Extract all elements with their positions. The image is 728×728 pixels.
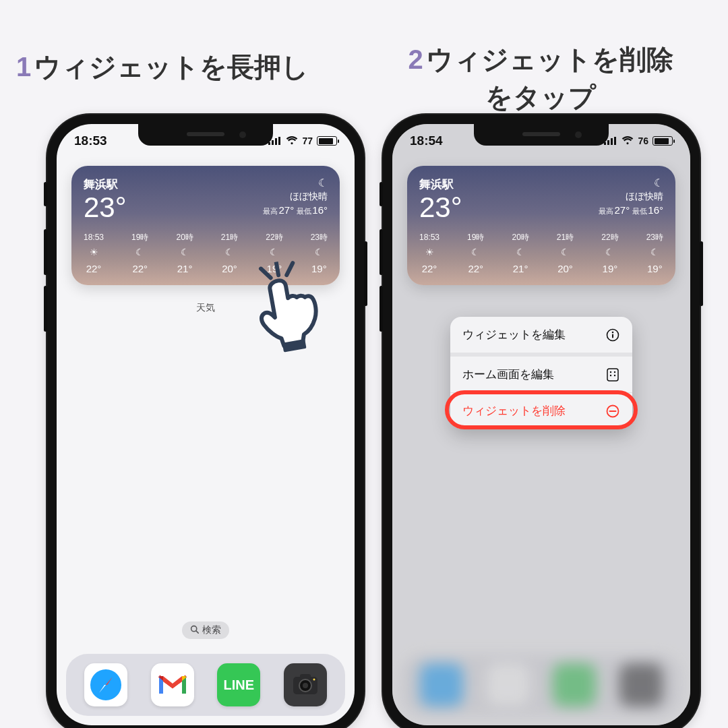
hour-item: 20時☾21°	[512, 231, 528, 277]
moon-icon: ☾	[176, 245, 193, 260]
phone2-screen: 18:54 76 舞浜駅 23° ☾ ほぼ快晴	[392, 124, 690, 725]
power-button[interactable]	[364, 241, 367, 306]
svg-rect-20	[607, 369, 618, 381]
wifi-icon	[621, 135, 634, 147]
app-gmail[interactable]	[151, 663, 194, 706]
phone-frame-2: 18:54 76 舞浜駅 23° ☾ ほぼ快晴	[383, 115, 700, 728]
wifi-icon	[286, 135, 298, 147]
tap-hand-icon	[241, 254, 338, 364]
moon-icon: ☾	[512, 245, 528, 260]
hour-item: 21時☾20°	[221, 231, 238, 277]
app-camera[interactable]	[284, 663, 327, 706]
context-menu: ウィジェットを編集 ホーム画面を編集 ウィジェットを削除	[450, 317, 632, 429]
moon-icon: ☾	[131, 245, 148, 260]
weather-hilo: 最高27° 最低16°	[599, 204, 663, 216]
app-safari[interactable]	[84, 663, 127, 706]
moon-icon: ☾	[221, 245, 238, 260]
svg-point-24	[614, 374, 615, 375]
moon-icon: ☾	[467, 245, 484, 260]
volume-down-button[interactable]	[380, 286, 383, 332]
menu-edit-widget[interactable]: ウィジェットを編集	[450, 317, 632, 353]
info-icon	[605, 328, 620, 342]
step1-label: 1ウィジェットを長押し	[16, 49, 309, 86]
app-line[interactable]: LINE	[217, 663, 260, 706]
menu-label: ホーム画面を編集	[462, 367, 554, 382]
battery-level: 77	[302, 135, 313, 146]
step2-text-line2: をタップ	[485, 82, 596, 112]
notch	[138, 124, 273, 146]
hour-item: 19時☾22°	[467, 231, 484, 277]
power-button[interactable]	[700, 241, 703, 306]
mute-switch[interactable]	[44, 182, 47, 206]
step2-label: 2ウィジェットを削除 をタップ	[372, 40, 709, 116]
weather-widget[interactable]: 舞浜駅 23° ☾ ほぼ快晴 最高27° 最低16° 18:53☀︎22° 19…	[407, 166, 675, 285]
weather-hourly: 18:53☀︎22° 19時☾22° 20時☾21° 21時☾20° 22時☾1…	[419, 231, 663, 277]
menu-edit-home[interactable]: ホーム画面を編集	[450, 353, 632, 392]
phone1-screen: 18:53 77 舞浜駅 23° ☾ ほぼ快晴	[57, 124, 355, 725]
battery-icon	[653, 136, 673, 146]
spotlight-search[interactable]: 検索	[182, 621, 229, 639]
hour-item: 18:53☀︎22°	[419, 231, 439, 277]
dock: LINE	[66, 654, 345, 716]
svg-line-1	[196, 631, 198, 633]
moon-icon: ☾	[646, 245, 663, 260]
hour-item: 22時☾19°	[601, 231, 618, 277]
svg-line-13	[261, 267, 271, 279]
weather-location: 舞浜駅	[84, 177, 127, 192]
svg-rect-9	[300, 674, 311, 679]
svg-line-15	[284, 263, 295, 275]
menu-label: ウィジェットを削除	[462, 403, 566, 419]
hour-item: 18:53☀︎22°	[84, 231, 104, 277]
volume-up-button[interactable]	[380, 229, 383, 275]
minus-circle-icon	[605, 404, 620, 419]
step2-text-line1: ウィジェットを削除	[426, 44, 673, 74]
apps-grid-icon	[605, 367, 620, 382]
mute-switch[interactable]	[380, 182, 383, 206]
clock: 18:54	[410, 133, 443, 148]
hour-item: 19時☾22°	[131, 231, 148, 277]
moon-icon: ☾	[599, 177, 663, 189]
step2-number: 2	[408, 44, 423, 74]
sunset-icon: ☀︎	[84, 245, 104, 260]
hour-item: 20時☾21°	[176, 231, 193, 277]
moon-icon: ☾	[263, 177, 328, 189]
speaker	[187, 132, 224, 136]
search-icon	[190, 625, 199, 636]
svg-line-14	[276, 262, 278, 275]
svg-point-12	[313, 679, 315, 681]
weather-condition: ほぼ快晴	[599, 191, 663, 203]
weather-hilo: 最高27° 最低16°	[263, 204, 328, 216]
moon-icon: ☾	[266, 245, 282, 260]
hour-item: 21時☾20°	[557, 231, 574, 277]
battery-icon	[317, 136, 337, 146]
step1-text: ウィジェットを長押し	[34, 52, 309, 82]
menu-delete-widget[interactable]: ウィジェットを削除	[450, 392, 632, 429]
svg-point-18	[612, 331, 614, 333]
volume-up-button[interactable]	[44, 229, 47, 275]
weather-condition: ほぼ快晴	[263, 191, 328, 203]
notch	[474, 124, 609, 146]
phone-frame-1: 18:53 77 舞浜駅 23° ☾ ほぼ快晴	[47, 115, 364, 728]
moon-icon: ☾	[601, 245, 618, 260]
svg-rect-19	[612, 334, 613, 338]
hour-item: 23時☾19°	[646, 231, 663, 277]
search-label: 検索	[202, 624, 221, 636]
step1-number: 1	[16, 52, 31, 82]
svg-point-22	[614, 371, 615, 372]
speaker	[522, 132, 560, 136]
volume-down-button[interactable]	[44, 286, 47, 332]
battery-level: 76	[638, 135, 648, 146]
weather-temp: 23°	[419, 193, 462, 222]
svg-point-23	[610, 374, 611, 375]
sunset-icon: ☀︎	[419, 245, 439, 260]
svg-point-21	[610, 371, 611, 372]
menu-label: ウィジェットを編集	[462, 327, 566, 342]
weather-location: 舞浜駅	[419, 177, 462, 192]
weather-temp: 23°	[84, 193, 127, 222]
svg-point-11	[303, 683, 308, 688]
moon-icon: ☾	[557, 245, 574, 260]
clock: 18:53	[74, 133, 107, 148]
